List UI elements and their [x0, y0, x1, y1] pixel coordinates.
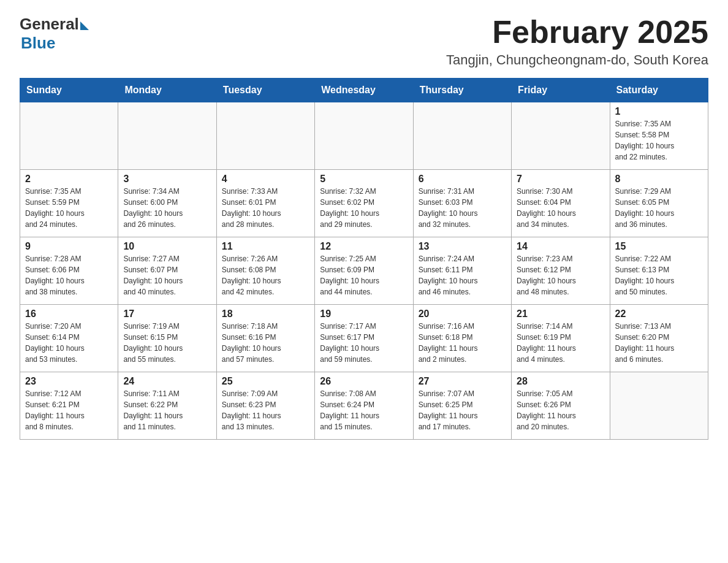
week-row-4: 23Sunrise: 7:12 AM Sunset: 6:21 PM Dayli… [20, 372, 708, 440]
header-sunday: Sunday [20, 79, 118, 102]
calendar-cell [610, 372, 708, 440]
day-number: 21 [517, 308, 604, 320]
calendar-cell: 4Sunrise: 7:33 AM Sunset: 6:01 PM Daylig… [216, 170, 314, 237]
day-number: 12 [320, 241, 408, 252]
logo-blue-text: Blue [21, 34, 55, 53]
calendar-cell [216, 102, 314, 170]
calendar-cell: 16Sunrise: 7:20 AM Sunset: 6:14 PM Dayli… [20, 305, 118, 372]
day-info: Sunrise: 7:25 AM Sunset: 6:09 PM Dayligh… [320, 253, 408, 297]
day-info: Sunrise: 7:24 AM Sunset: 6:11 PM Dayligh… [419, 253, 506, 297]
calendar-cell: 11Sunrise: 7:26 AM Sunset: 6:08 PM Dayli… [216, 237, 314, 305]
header-wednesday: Wednesday [315, 79, 413, 102]
week-row-3: 16Sunrise: 7:20 AM Sunset: 6:14 PM Dayli… [20, 305, 708, 372]
calendar-cell [512, 102, 610, 170]
header-monday: Monday [118, 79, 216, 102]
day-info: Sunrise: 7:34 AM Sunset: 6:00 PM Dayligh… [123, 186, 211, 230]
calendar-cell [20, 102, 118, 170]
day-number: 10 [123, 241, 211, 252]
day-info: Sunrise: 7:26 AM Sunset: 6:08 PM Dayligh… [222, 253, 309, 297]
day-number: 26 [320, 376, 408, 387]
month-title: February 2025 [446, 15, 708, 50]
day-number: 25 [222, 376, 309, 387]
week-row-2: 9Sunrise: 7:28 AM Sunset: 6:06 PM Daylig… [20, 237, 708, 305]
day-info: Sunrise: 7:19 AM Sunset: 6:15 PM Dayligh… [123, 321, 211, 365]
day-number: 23 [25, 376, 113, 387]
day-info: Sunrise: 7:30 AM Sunset: 6:04 PM Dayligh… [517, 186, 604, 230]
logo: General Blue [20, 15, 89, 53]
day-info: Sunrise: 7:17 AM Sunset: 6:17 PM Dayligh… [320, 321, 408, 365]
calendar-cell: 24Sunrise: 7:11 AM Sunset: 6:22 PM Dayli… [118, 372, 216, 440]
day-info: Sunrise: 7:08 AM Sunset: 6:24 PM Dayligh… [320, 388, 408, 432]
day-info: Sunrise: 7:05 AM Sunset: 6:26 PM Dayligh… [517, 388, 604, 432]
day-info: Sunrise: 7:16 AM Sunset: 6:18 PM Dayligh… [419, 321, 506, 365]
header-saturday: Saturday [610, 79, 708, 102]
header-tuesday: Tuesday [216, 79, 314, 102]
day-number: 11 [222, 241, 309, 252]
logo-arrow-icon [80, 21, 89, 30]
week-row-0: 1Sunrise: 7:35 AM Sunset: 5:58 PM Daylig… [20, 102, 708, 170]
calendar-cell: 27Sunrise: 7:07 AM Sunset: 6:25 PM Dayli… [413, 372, 511, 440]
day-info: Sunrise: 7:35 AM Sunset: 5:59 PM Dayligh… [25, 186, 113, 230]
page-header: General Blue February 2025 Tangjin, Chun… [20, 15, 708, 68]
calendar-cell: 23Sunrise: 7:12 AM Sunset: 6:21 PM Dayli… [20, 372, 118, 440]
logo-general-text: General [20, 15, 79, 34]
day-info: Sunrise: 7:33 AM Sunset: 6:01 PM Dayligh… [222, 186, 309, 230]
calendar-cell: 1Sunrise: 7:35 AM Sunset: 5:58 PM Daylig… [610, 102, 708, 170]
day-number: 20 [419, 308, 506, 320]
day-number: 24 [123, 376, 211, 387]
calendar-cell: 20Sunrise: 7:16 AM Sunset: 6:18 PM Dayli… [413, 305, 511, 372]
calendar-header: SundayMondayTuesdayWednesdayThursdayFrid… [20, 79, 708, 102]
day-number: 15 [615, 241, 703, 252]
day-number: 16 [25, 308, 113, 320]
day-number: 18 [222, 308, 309, 320]
day-info: Sunrise: 7:14 AM Sunset: 6:19 PM Dayligh… [517, 321, 604, 365]
calendar-cell: 25Sunrise: 7:09 AM Sunset: 6:23 PM Dayli… [216, 372, 314, 440]
week-row-1: 2Sunrise: 7:35 AM Sunset: 5:59 PM Daylig… [20, 170, 708, 237]
day-info: Sunrise: 7:35 AM Sunset: 5:58 PM Dayligh… [615, 118, 703, 163]
calendar-cell: 18Sunrise: 7:18 AM Sunset: 6:16 PM Dayli… [216, 305, 314, 372]
day-number: 9 [25, 241, 113, 252]
title-area: February 2025 Tangjin, Chungcheongnam-do… [446, 15, 708, 68]
day-number: 8 [615, 174, 703, 185]
calendar-cell: 12Sunrise: 7:25 AM Sunset: 6:09 PM Dayli… [315, 237, 413, 305]
day-info: Sunrise: 7:22 AM Sunset: 6:13 PM Dayligh… [615, 253, 703, 297]
calendar-cell: 2Sunrise: 7:35 AM Sunset: 5:59 PM Daylig… [20, 170, 118, 237]
calendar-cell: 26Sunrise: 7:08 AM Sunset: 6:24 PM Dayli… [315, 372, 413, 440]
day-number: 2 [25, 174, 113, 185]
calendar-cell: 8Sunrise: 7:29 AM Sunset: 6:05 PM Daylig… [610, 170, 708, 237]
day-number: 7 [517, 174, 604, 185]
day-number: 17 [123, 308, 211, 320]
day-info: Sunrise: 7:07 AM Sunset: 6:25 PM Dayligh… [419, 388, 506, 432]
calendar-cell: 19Sunrise: 7:17 AM Sunset: 6:17 PM Dayli… [315, 305, 413, 372]
day-info: Sunrise: 7:31 AM Sunset: 6:03 PM Dayligh… [419, 186, 506, 230]
day-info: Sunrise: 7:20 AM Sunset: 6:14 PM Dayligh… [25, 321, 113, 365]
day-info: Sunrise: 7:13 AM Sunset: 6:20 PM Dayligh… [615, 321, 703, 365]
calendar-table: SundayMondayTuesdayWednesdayThursdayFrid… [20, 78, 708, 440]
day-info: Sunrise: 7:23 AM Sunset: 6:12 PM Dayligh… [517, 253, 604, 297]
calendar-cell [315, 102, 413, 170]
calendar-cell [413, 102, 511, 170]
day-info: Sunrise: 7:12 AM Sunset: 6:21 PM Dayligh… [25, 388, 113, 432]
day-number: 1 [615, 106, 703, 117]
calendar-cell: 9Sunrise: 7:28 AM Sunset: 6:06 PM Daylig… [20, 237, 118, 305]
calendar-cell: 7Sunrise: 7:30 AM Sunset: 6:04 PM Daylig… [512, 170, 610, 237]
calendar-cell: 28Sunrise: 7:05 AM Sunset: 6:26 PM Dayli… [512, 372, 610, 440]
calendar-cell: 22Sunrise: 7:13 AM Sunset: 6:20 PM Dayli… [610, 305, 708, 372]
calendar-cell: 21Sunrise: 7:14 AM Sunset: 6:19 PM Dayli… [512, 305, 610, 372]
day-info: Sunrise: 7:29 AM Sunset: 6:05 PM Dayligh… [615, 186, 703, 230]
calendar-cell: 10Sunrise: 7:27 AM Sunset: 6:07 PM Dayli… [118, 237, 216, 305]
calendar-cell [118, 102, 216, 170]
day-info: Sunrise: 7:28 AM Sunset: 6:06 PM Dayligh… [25, 253, 113, 297]
calendar-cell: 15Sunrise: 7:22 AM Sunset: 6:13 PM Dayli… [610, 237, 708, 305]
header-thursday: Thursday [413, 79, 511, 102]
day-number: 19 [320, 308, 408, 320]
calendar-cell: 5Sunrise: 7:32 AM Sunset: 6:02 PM Daylig… [315, 170, 413, 237]
day-number: 3 [123, 174, 211, 185]
day-info: Sunrise: 7:32 AM Sunset: 6:02 PM Dayligh… [320, 186, 408, 230]
day-info: Sunrise: 7:27 AM Sunset: 6:07 PM Dayligh… [123, 253, 211, 297]
day-number: 14 [517, 241, 604, 252]
day-number: 5 [320, 174, 408, 185]
day-number: 6 [419, 174, 506, 185]
calendar-cell: 6Sunrise: 7:31 AM Sunset: 6:03 PM Daylig… [413, 170, 511, 237]
location-title: Tangjin, Chungcheongnam-do, South Korea [446, 52, 708, 68]
